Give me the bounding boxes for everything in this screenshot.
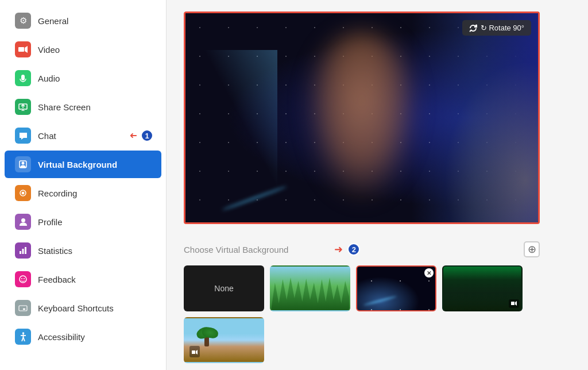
sidebar-item-accessibility[interactable]: Accessibility: [5, 323, 161, 350]
thumbnails-row-1: None ✕: [184, 265, 540, 311]
thumbnail-space[interactable]: ✕: [356, 265, 436, 311]
video-icon: [509, 299, 519, 308]
sidebar-item-label: Profile: [38, 217, 63, 227]
thumbnail-grass[interactable]: [270, 265, 350, 311]
sidebar-item-profile[interactable]: Profile: [5, 208, 161, 236]
sidebar-item-chat[interactable]: Chat ➜ 1: [5, 122, 161, 149]
choose-header: Choose Virtual Background ➜ 2 ⊕: [184, 241, 540, 257]
svg-marker-30: [515, 301, 517, 306]
beach-video-icon: [189, 346, 200, 357]
virtual-background-icon: [15, 156, 31, 172]
svg-line-28: [23, 337, 25, 341]
main-content: ↻ Rotate 90° Choose Virtual Background ➜…: [167, 0, 588, 370]
statistics-icon: [15, 242, 31, 259]
aurora-decoration: [443, 267, 521, 293]
svg-rect-14: [25, 247, 26, 254]
svg-rect-31: [192, 350, 195, 354]
preview-area: ↻ Rotate 90°: [184, 11, 540, 224]
svg-rect-29: [511, 302, 514, 305]
preview-background: [185, 13, 538, 222]
svg-rect-18: [19, 306, 27, 311]
svg-point-24: [22, 332, 24, 334]
svg-rect-12: [20, 251, 21, 254]
sidebar-item-virtual-background[interactable]: Virtual Background: [5, 151, 161, 178]
thumbnail-beach[interactable]: [184, 317, 264, 363]
svg-point-10: [22, 192, 25, 195]
sidebar-item-feedback[interactable]: Feedback: [5, 265, 161, 293]
rotate-button[interactable]: ↻ Rotate 90°: [462, 20, 531, 36]
person-silhouette: [304, 32, 419, 204]
video-icon: [15, 41, 31, 57]
chat-badge: 1: [141, 129, 153, 142]
sidebar-item-label: Keyboard Shortcuts: [38, 303, 114, 313]
sidebar-item-label: Chat: [38, 131, 56, 141]
grass-decoration: [271, 276, 349, 310]
none-label: None: [214, 284, 233, 293]
accessibility-icon: [15, 329, 31, 345]
sidebar-item-keyboard-shortcuts[interactable]: Keyboard Shortcuts: [5, 294, 161, 322]
sidebar-item-recording[interactable]: Recording: [5, 179, 161, 207]
city-lights-decoration: [412, 13, 538, 222]
earth-left-decoration: [185, 50, 277, 222]
feedback-icon: [15, 271, 31, 287]
add-icon: ⊕: [528, 243, 536, 256]
add-background-button[interactable]: ⊕: [524, 241, 540, 257]
sidebar-item-general[interactable]: ⚙ General: [5, 7, 161, 34]
svg-rect-0: [18, 47, 24, 52]
sidebar-item-statistics[interactable]: Statistics: [5, 237, 161, 264]
profile-icon: [15, 214, 31, 230]
sidebar-item-share-screen[interactable]: Share Screen: [5, 93, 161, 121]
audio-icon: [15, 70, 31, 86]
chat-icon: [15, 128, 31, 144]
svg-marker-32: [196, 350, 198, 354]
thumbnail-none[interactable]: None: [184, 265, 264, 311]
svg-rect-13: [22, 249, 24, 254]
svg-point-16: [21, 278, 22, 279]
sidebar-item-label: Share Screen: [38, 102, 91, 112]
thumbnail-aurora[interactable]: [442, 265, 523, 311]
svg-point-11: [21, 218, 25, 222]
recording-icon: [15, 185, 31, 201]
thumbnails-row-2: [184, 317, 540, 363]
badge2: 2: [347, 243, 360, 256]
choose-section: Choose Virtual Background ➜ 2 ⊕ None: [184, 241, 540, 363]
choose-title: Choose Virtual Background: [184, 245, 288, 255]
sidebar-item-label: Feedback: [38, 275, 76, 284]
svg-point-8: [22, 162, 25, 165]
sidebar-item-audio[interactable]: Audio: [5, 64, 161, 92]
sidebar-item-label: Statistics: [38, 246, 72, 256]
sidebar-item-video[interactable]: Video: [5, 36, 161, 63]
sidebar-item-label: Virtual Background: [38, 160, 117, 169]
sidebar-item-label: General: [38, 16, 68, 26]
share-screen-icon: [15, 99, 31, 115]
close-thumbnail-button[interactable]: ✕: [424, 268, 434, 278]
badge2-arrow: ➜: [334, 243, 343, 256]
sidebar-item-label: Video: [38, 45, 60, 55]
keyboard-icon: [15, 300, 31, 316]
rotate-label: ↻ Rotate 90°: [481, 24, 524, 32]
sidebar-item-label: Accessibility: [38, 332, 85, 342]
sidebar: ⚙ General Video Audio Share Screen Chat …: [0, 0, 167, 370]
svg-marker-1: [25, 46, 28, 53]
general-icon: ⚙: [15, 13, 31, 29]
svg-point-17: [24, 278, 25, 279]
sidebar-item-label: Audio: [38, 74, 60, 83]
arrow-indicator: ➜: [130, 130, 137, 141]
sidebar-item-label: Recording: [38, 188, 77, 198]
